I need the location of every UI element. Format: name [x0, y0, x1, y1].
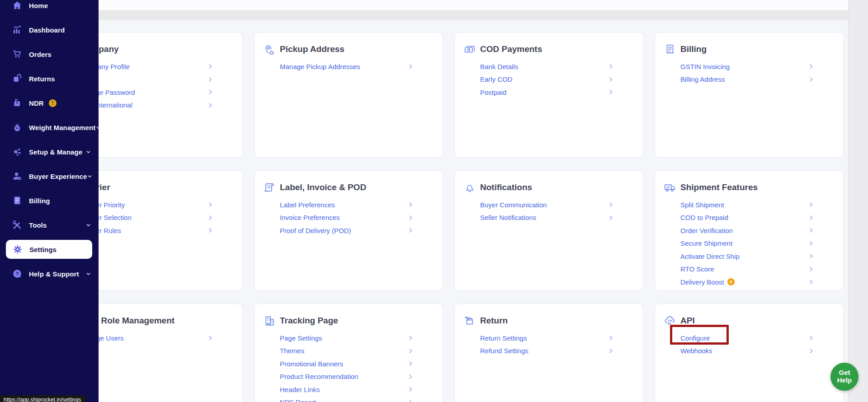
- chevron-right-icon: [808, 279, 814, 285]
- card-title: COD Payments: [480, 44, 542, 54]
- link-themes[interactable]: Themes: [255, 345, 443, 358]
- link-proof-of-delivery[interactable]: Proof of Delivery (POD): [255, 224, 443, 237]
- link-configure[interactable]: Configure: [655, 332, 843, 345]
- chevron-right-icon: [407, 348, 414, 354]
- storefront-icon: [264, 315, 275, 327]
- link-header-links[interactable]: Header Links: [255, 383, 443, 396]
- link-label-preferences[interactable]: Label Preferences: [255, 198, 443, 211]
- card-label-invoice-pod: Label, Invoice & POD Label Preferences I…: [254, 170, 443, 291]
- sidebar-item-settings[interactable]: Settings: [6, 240, 92, 259]
- sidebar-item-label: Help & Support: [29, 270, 85, 278]
- link-refund-settings[interactable]: Refund Settings: [455, 345, 643, 358]
- link-label[interactable]: Billing Address: [680, 75, 725, 83]
- sidebar-item-help-support[interactable]: Help & Support: [0, 262, 99, 286]
- sidebar-item-home[interactable]: Home: [0, 0, 99, 18]
- link-label[interactable]: Header Links: [280, 386, 320, 393]
- scrollbar-track[interactable]: [848, 0, 868, 402]
- chevron-right-icon: [808, 253, 814, 259]
- card-title: Pickup Address: [280, 44, 344, 54]
- link-activate-direct-ship[interactable]: Activate Direct Ship: [655, 250, 843, 263]
- card-shipment-features: Shipment Features Split Shipment COD to …: [655, 170, 844, 291]
- sidebar-item-tools[interactable]: Tools: [0, 213, 99, 237]
- link-product-recommendation[interactable]: Product Recommendation: [255, 370, 443, 383]
- link-secure-shipment[interactable]: Secure Shipment: [655, 237, 843, 250]
- package-icon: [12, 98, 23, 108]
- chevron-right-icon: [608, 215, 614, 221]
- card-title: Tracking Page: [280, 316, 338, 326]
- link-label[interactable]: Manage Pickup Addresses: [280, 63, 360, 70]
- sidebar: Home Dashboard Orders Returns NDR ! Weig…: [0, 0, 99, 402]
- link-label[interactable]: Seller Notifications: [480, 214, 536, 221]
- link-label[interactable]: Proof of Delivery (POD): [280, 227, 351, 234]
- bell-icon: [464, 182, 476, 193]
- link-nps-report[interactable]: NPS Report: [255, 396, 443, 402]
- link-bank-details[interactable]: Bank Details: [455, 60, 643, 73]
- link-rto-score[interactable]: RTO Score: [655, 263, 843, 276]
- card-api: API Configure Webhooks: [655, 304, 844, 402]
- sidebar-item-setup-manage[interactable]: Setup & Manage: [0, 140, 99, 164]
- chevron-down-icon: [95, 125, 99, 131]
- link-gstin-invoicing[interactable]: GSTIN Invoicing: [655, 60, 843, 73]
- link-label[interactable]: Return Settings: [480, 334, 527, 342]
- link-return-settings[interactable]: Return Settings: [455, 332, 643, 345]
- chevron-down-icon: [85, 222, 91, 228]
- link-label[interactable]: Promotional Banners: [280, 360, 343, 368]
- link-early-cod[interactable]: Early COD: [455, 73, 643, 86]
- sidebar-item-label: Billing: [29, 197, 91, 205]
- chevron-right-icon: [407, 386, 414, 393]
- link-label[interactable]: Order Verification: [680, 227, 733, 234]
- sidebar-item-weight-management[interactable]: Weight Management: [0, 115, 99, 140]
- link-label[interactable]: Bank Details: [480, 63, 518, 70]
- link-label[interactable]: RTO Score: [680, 265, 714, 273]
- link-order-verification[interactable]: Order Verification: [655, 224, 843, 237]
- home-icon: [12, 0, 23, 11]
- top-bar: [0, 0, 868, 11]
- link-delivery-boost[interactable]: Delivery Boost♛: [655, 276, 843, 289]
- link-label[interactable]: Product Recommendation: [280, 373, 358, 380]
- link-label[interactable]: Refund Settings: [480, 347, 528, 355]
- link-promotional-banners[interactable]: Promotional Banners: [255, 357, 443, 370]
- secondary-top-bar: [0, 11, 868, 20]
- link-label[interactable]: Themes: [280, 347, 304, 355]
- link-label[interactable]: Buyer Communication: [480, 201, 547, 209]
- link-label[interactable]: Activate Direct Ship: [680, 252, 740, 260]
- chevron-right-icon: [407, 201, 414, 208]
- link-label[interactable]: Webhooks: [680, 347, 712, 355]
- link-billing-address[interactable]: Billing Address: [655, 73, 843, 86]
- network-nodes-icon: [12, 146, 23, 157]
- sidebar-item-ndr[interactable]: NDR !: [0, 91, 99, 115]
- link-label[interactable]: Delivery Boost: [680, 278, 724, 286]
- link-manage-pickup-addresses[interactable]: Manage Pickup Addresses: [255, 60, 443, 73]
- chevron-right-icon: [808, 63, 814, 70]
- link-invoice-preferences[interactable]: Invoice Preferences: [255, 211, 443, 224]
- sidebar-item-billing[interactable]: Billing: [0, 188, 99, 213]
- link-page-settings[interactable]: Page Settings: [255, 332, 443, 345]
- link-label[interactable]: Postpaid: [480, 89, 506, 96]
- dashboard-chart-icon: [12, 24, 23, 35]
- sidebar-item-label: NDR: [29, 99, 44, 107]
- link-buyer-communication[interactable]: Buyer Communication: [455, 198, 643, 211]
- link-label[interactable]: Configure: [680, 334, 710, 342]
- chevron-right-icon: [808, 266, 814, 272]
- link-webhooks[interactable]: Webhooks: [655, 345, 843, 358]
- sidebar-item-returns[interactable]: Returns: [0, 66, 99, 91]
- link-label[interactable]: Invoice Preferences: [280, 214, 340, 221]
- link-label[interactable]: Label Preferences: [280, 201, 335, 209]
- link-cod-to-prepaid[interactable]: COD to Prepaid: [655, 211, 843, 224]
- chevron-down-icon: [85, 149, 91, 155]
- link-label[interactable]: NPS Report: [280, 398, 316, 402]
- sidebar-item-buyer-experience[interactable]: Buyer Experience: [0, 164, 99, 188]
- link-label[interactable]: Split Shipment: [680, 201, 724, 209]
- link-split-shipment[interactable]: Split Shipment: [655, 198, 843, 211]
- link-label[interactable]: COD to Prepaid: [680, 214, 728, 221]
- link-label[interactable]: Page Settings: [280, 334, 322, 342]
- link-label[interactable]: Secure Shipment: [680, 239, 732, 247]
- link-postpaid[interactable]: Postpaid: [455, 86, 643, 99]
- link-label[interactable]: GSTIN Invoicing: [680, 63, 730, 70]
- sidebar-item-orders[interactable]: Orders: [0, 42, 99, 66]
- sidebar-item-dashboard[interactable]: Dashboard: [0, 18, 99, 42]
- get-help-button[interactable]: Get Help: [830, 363, 859, 391]
- chevron-right-icon: [207, 102, 213, 108]
- link-seller-notifications[interactable]: Seller Notifications: [455, 211, 643, 224]
- link-label[interactable]: Early COD: [480, 75, 513, 83]
